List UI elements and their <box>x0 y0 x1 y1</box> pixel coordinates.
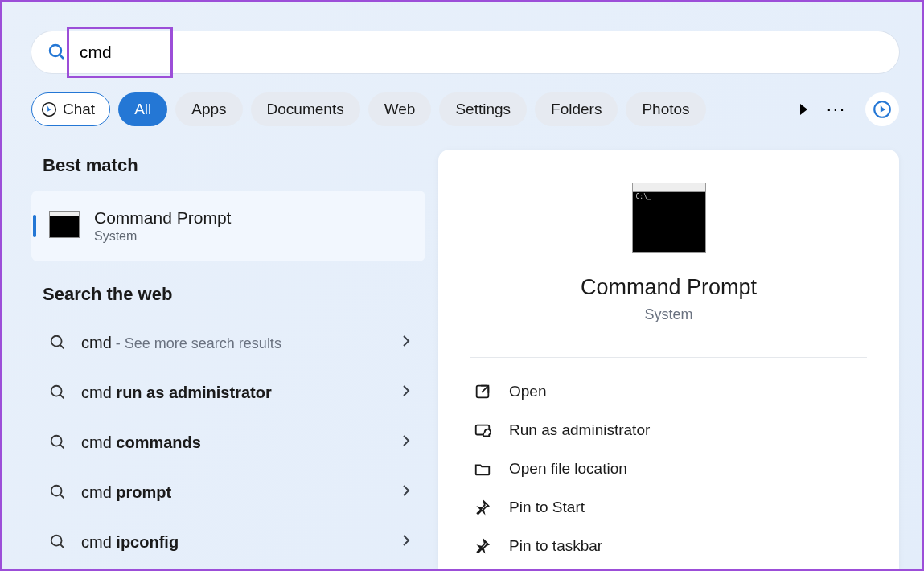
web-result-label: cmd run as administrator <box>81 384 401 402</box>
more-filters-arrow-icon[interactable] <box>800 104 807 115</box>
bing-button[interactable] <box>865 92 899 126</box>
best-match-subtitle: System <box>94 229 231 244</box>
svg-line-7 <box>60 395 64 399</box>
action-pin-to-start[interactable]: Pin to Start <box>470 488 867 527</box>
bing-icon <box>40 101 58 118</box>
svg-point-8 <box>51 436 62 446</box>
svg-line-5 <box>60 345 64 349</box>
overflow-menu-icon[interactable]: ··· <box>827 99 846 120</box>
detail-panel: Command Prompt System OpenRun as adminis… <box>438 150 899 569</box>
action-open[interactable]: Open <box>470 372 867 411</box>
pin-icon <box>474 537 491 555</box>
chevron-right-icon[interactable] <box>401 384 411 402</box>
command-prompt-icon <box>49 214 80 238</box>
command-prompt-large-icon <box>632 190 706 253</box>
filter-tabs: Chat All Apps Documents Web Settings Fol… <box>31 92 706 126</box>
filter-actions: ··· <box>800 92 899 126</box>
action-label: Open <box>509 383 546 401</box>
action-label: Open file location <box>509 460 627 478</box>
tab-apps[interactable]: Apps <box>175 92 242 126</box>
svg-point-6 <box>51 386 62 396</box>
web-result-item[interactable]: cmd prompt <box>31 469 425 516</box>
action-pin-to-taskbar[interactable]: Pin to taskbar <box>470 527 867 565</box>
action-label: Pin to taskbar <box>509 537 602 555</box>
search-icon <box>49 533 67 551</box>
search-bar[interactable] <box>31 31 899 73</box>
pin-icon <box>474 499 491 516</box>
results-column: Best match Command Prompt System Search … <box>31 155 425 565</box>
search-icon <box>49 483 67 501</box>
web-result-item[interactable]: cmd - See more search results <box>31 319 425 366</box>
svg-point-4 <box>51 336 62 347</box>
action-open-file-location[interactable]: Open file location <box>470 450 867 488</box>
svg-line-13 <box>60 544 64 548</box>
chevron-right-icon[interactable] <box>401 533 411 552</box>
detail-title: Command Prompt <box>470 275 867 300</box>
action-run-as-administrator[interactable]: Run as administrator <box>470 411 867 450</box>
web-result-item[interactable]: cmd run as administrator <box>31 369 425 416</box>
svg-line-15 <box>482 386 488 392</box>
search-icon <box>49 433 67 451</box>
search-icon <box>46 41 68 64</box>
web-result-label: cmd prompt <box>81 483 401 502</box>
search-input[interactable] <box>68 43 885 62</box>
divider <box>470 357 867 358</box>
tab-settings[interactable]: Settings <box>439 92 527 126</box>
web-result-label: cmd - See more search results <box>81 334 401 352</box>
action-label: Run as administrator <box>509 421 650 439</box>
search-icon <box>49 334 67 351</box>
web-results-list: cmd - See more search resultscmd run as … <box>31 319 425 565</box>
web-result-item[interactable]: cmd ipconfig <box>31 519 425 565</box>
chevron-right-icon[interactable] <box>401 334 411 352</box>
action-label: Pin to Start <box>509 499 585 516</box>
best-match-result[interactable]: Command Prompt System <box>31 191 425 261</box>
search-icon <box>49 384 67 401</box>
svg-point-10 <box>51 486 62 496</box>
web-result-label: cmd ipconfig <box>81 533 401 552</box>
web-result-label: cmd commands <box>81 433 401 452</box>
action-list: OpenRun as administratorOpen file locati… <box>470 372 867 565</box>
tab-photos[interactable]: Photos <box>626 92 705 126</box>
tab-web[interactable]: Web <box>368 92 432 126</box>
best-match-title: Command Prompt <box>94 208 231 228</box>
svg-point-0 <box>50 45 61 56</box>
folder-icon <box>474 460 491 478</box>
tab-chat[interactable]: Chat <box>31 92 110 126</box>
svg-line-11 <box>60 495 64 499</box>
web-result-item[interactable]: cmd commands <box>31 419 425 466</box>
svg-line-1 <box>60 55 64 59</box>
tab-all[interactable]: All <box>118 92 167 126</box>
tab-chat-label: Chat <box>63 101 95 118</box>
search-web-heading: Search the web <box>31 284 425 305</box>
chevron-right-icon[interactable] <box>401 433 411 452</box>
tab-documents[interactable]: Documents <box>251 92 360 126</box>
svg-line-9 <box>60 445 64 449</box>
chevron-right-icon[interactable] <box>401 483 411 502</box>
detail-subtitle: System <box>470 306 867 323</box>
admin-icon <box>474 421 491 439</box>
svg-point-12 <box>51 536 62 546</box>
best-match-heading: Best match <box>31 155 425 176</box>
tab-folders[interactable]: Folders <box>535 92 618 126</box>
open-icon <box>474 383 491 401</box>
